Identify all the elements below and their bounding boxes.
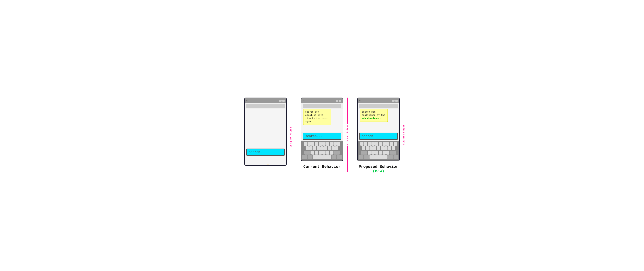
search-bar-current[interactable]: search... bbox=[303, 133, 341, 140]
keyboard-row-p1 bbox=[358, 142, 398, 146]
key bbox=[308, 155, 312, 159]
key bbox=[362, 146, 365, 150]
viewport-label-current: viewport height bbox=[346, 125, 348, 145]
viewport-indicator-current: viewport height bbox=[346, 98, 348, 161]
keyboard-proposed bbox=[358, 141, 399, 161]
viewport-label-initial: viewport height bbox=[290, 127, 292, 147]
key-space-2 bbox=[370, 155, 388, 159]
viewport-label-proposed: viewport height bbox=[403, 125, 405, 145]
keyboard-row-3 bbox=[302, 151, 342, 155]
viewport-line-proposed-2 bbox=[404, 146, 404, 172]
key bbox=[375, 151, 378, 155]
key bbox=[377, 146, 380, 150]
key bbox=[390, 142, 393, 146]
key bbox=[334, 151, 340, 155]
keyboard-row-4 bbox=[302, 155, 342, 159]
callout-current: search box scrolled into view by the use… bbox=[303, 109, 331, 125]
key bbox=[337, 142, 340, 146]
phone-titlebar-proposed: ← bbox=[358, 98, 399, 103]
key bbox=[368, 151, 371, 155]
addressbar-proposed bbox=[359, 104, 398, 108]
key bbox=[332, 155, 336, 159]
titlebar-btn-5 bbox=[392, 100, 394, 102]
key bbox=[304, 142, 307, 146]
search-bar-proposed[interactable]: search... bbox=[359, 133, 398, 140]
callout-proposed: search box positioned by the web develop… bbox=[360, 109, 388, 122]
phone-mockup-current: search box scrolled into view by the use… bbox=[301, 98, 343, 161]
key bbox=[358, 155, 364, 159]
key bbox=[311, 151, 314, 155]
key bbox=[368, 142, 371, 146]
diagram-proposed-with-indicator: search box positioned by the web develop… bbox=[357, 98, 400, 161]
diagram-initial-with-indicator: ← search... 👇 v bbox=[244, 98, 287, 166]
current-behavior-label: Current Behavior bbox=[303, 165, 340, 169]
diagram-initial: ← search... 👇 v bbox=[244, 98, 287, 166]
titlebar-buttons-2 bbox=[336, 100, 341, 102]
keyboard-row-2 bbox=[302, 146, 342, 150]
key bbox=[364, 155, 369, 159]
back-arrow-icon-3: ← bbox=[359, 99, 361, 102]
key bbox=[304, 151, 311, 155]
titlebar-buttons bbox=[279, 100, 285, 102]
viewport-line-initial-2 bbox=[291, 148, 291, 177]
key bbox=[394, 155, 398, 159]
diagrams-container: ← search... 👇 v bbox=[244, 98, 400, 173]
keyboard-row-p3 bbox=[358, 151, 398, 155]
hand-pointer-icon: 👇 bbox=[264, 164, 274, 166]
key bbox=[322, 151, 326, 155]
key bbox=[388, 155, 393, 159]
key bbox=[315, 151, 318, 155]
key bbox=[332, 146, 335, 150]
key bbox=[370, 146, 373, 150]
key bbox=[320, 146, 324, 150]
key bbox=[319, 142, 322, 146]
key bbox=[390, 151, 396, 155]
key bbox=[315, 142, 318, 146]
keyboard-row-p2 bbox=[358, 146, 398, 150]
key bbox=[309, 146, 312, 150]
phone-titlebar-current: ← bbox=[301, 98, 343, 103]
callout-proposed-text-before: search box positioned by the bbox=[362, 111, 385, 116]
key bbox=[326, 142, 329, 146]
viewport-line-proposed bbox=[404, 98, 404, 124]
key bbox=[388, 146, 391, 150]
key bbox=[375, 142, 378, 146]
key bbox=[379, 142, 382, 146]
keyboard-row-1 bbox=[302, 142, 342, 146]
viewport-line-current-2 bbox=[347, 146, 348, 172]
viewport-line-current bbox=[347, 98, 348, 124]
key bbox=[382, 151, 386, 155]
key bbox=[335, 146, 338, 150]
key bbox=[330, 142, 333, 146]
key bbox=[384, 146, 388, 150]
diagram-current-with-indicator: search box scrolled into view by the use… bbox=[301, 98, 343, 161]
diagram-current: search box scrolled into view by the use… bbox=[301, 98, 343, 169]
titlebar-btn-4 bbox=[339, 100, 341, 102]
key bbox=[328, 146, 331, 150]
key-space bbox=[313, 155, 331, 159]
key bbox=[302, 155, 307, 159]
key bbox=[361, 151, 367, 155]
key bbox=[313, 146, 316, 150]
key bbox=[380, 146, 384, 150]
titlebar-btn-1 bbox=[279, 100, 282, 102]
titlebar-btn-3 bbox=[336, 100, 338, 102]
titlebar-buttons-3 bbox=[392, 100, 398, 102]
key bbox=[324, 146, 327, 150]
keyboard-row-p4 bbox=[358, 155, 398, 159]
search-bar-initial[interactable]: search... bbox=[246, 149, 285, 156]
key bbox=[364, 142, 367, 146]
key bbox=[360, 142, 364, 146]
key bbox=[319, 151, 322, 155]
key bbox=[306, 146, 309, 150]
phone-mockup-initial: ← search... 👇 bbox=[244, 98, 287, 166]
viewport-indicator-proposed: viewport height bbox=[403, 98, 405, 161]
key bbox=[373, 146, 376, 150]
content-spacer-initial bbox=[245, 109, 286, 148]
key bbox=[386, 142, 390, 146]
key bbox=[334, 142, 337, 146]
proposed-behavior-label: Proposed Behavior (new) bbox=[359, 165, 398, 173]
callout-proposed-highlight: web developer. bbox=[362, 117, 381, 120]
key bbox=[330, 151, 333, 155]
viewport-indicator-initial: viewport height bbox=[290, 98, 292, 166]
